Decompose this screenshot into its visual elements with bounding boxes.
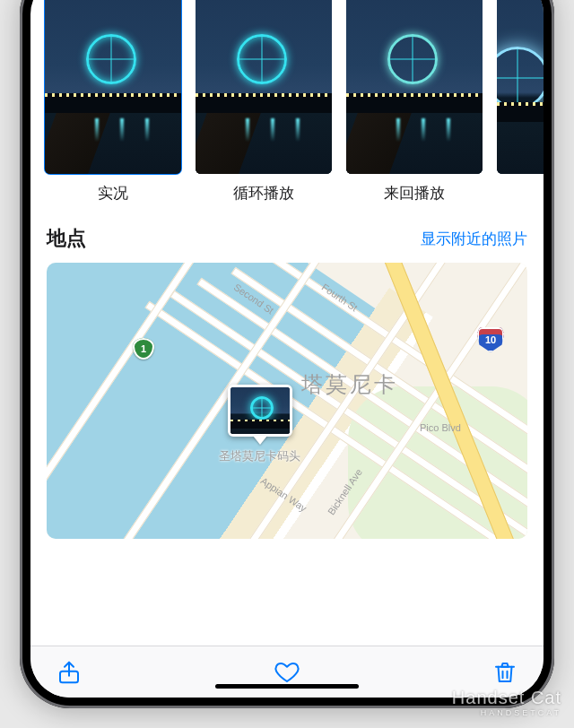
watermark-line2: HANDSETCAT (452, 708, 561, 717)
places-title: 地点 (47, 225, 86, 252)
trash-icon (491, 659, 518, 686)
screen: 实况 循环播放 (30, 0, 544, 698)
home-indicator[interactable] (215, 684, 359, 689)
street-label: Pico Blvd (420, 422, 461, 433)
effect-label: 实况 (98, 183, 128, 204)
effect-thumb-live (45, 0, 181, 174)
heart-icon (274, 659, 300, 686)
places-section: 地点 显示附近的照片 1 10 Second St Fourth St Pico… (30, 211, 544, 544)
city-label: 塔莫尼卡 (301, 370, 398, 399)
effect-bounce[interactable]: 来回播放 (346, 0, 483, 204)
effect-thumb-loop (196, 0, 332, 174)
route-shield-us: 10 (477, 327, 504, 352)
effect-thumb-bounce (346, 0, 483, 174)
map[interactable]: 1 10 Second St Fourth St Pico Blvd Appia… (47, 263, 527, 539)
pin-label: 圣塔莫尼卡码头 (219, 448, 300, 464)
effect-thumb-more (497, 0, 544, 174)
share-button[interactable] (56, 659, 83, 686)
delete-button[interactable] (491, 659, 518, 686)
effect-loop[interactable]: 循环播放 (196, 0, 332, 204)
bottom-toolbar (30, 646, 544, 698)
effect-label: 来回播放 (384, 183, 445, 204)
show-nearby-button[interactable]: 显示附近的照片 (421, 229, 527, 249)
effects-strip: 实况 循环播放 (30, 0, 544, 211)
phone-frame: 实况 循环播放 (20, 0, 554, 708)
effect-label: 循环播放 (233, 183, 294, 204)
effect-live[interactable]: 实况 (45, 0, 181, 204)
effect-more[interactable] (497, 0, 544, 204)
pin-thumbnail (228, 385, 292, 437)
share-icon (56, 659, 83, 686)
places-header: 地点 显示附近的照片 (47, 225, 527, 252)
favorite-button[interactable] (274, 659, 300, 686)
map-photo-pin[interactable]: 圣塔莫尼卡码头 (219, 385, 300, 464)
